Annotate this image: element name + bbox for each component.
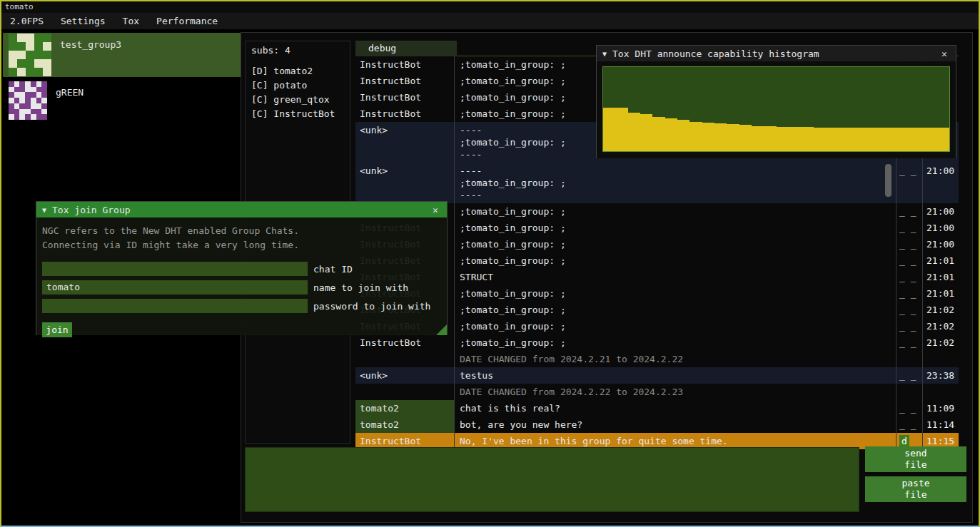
message-time: 21:00 <box>923 220 959 236</box>
histogram-bar <box>615 108 627 151</box>
join-password-input[interactable] <box>42 299 308 313</box>
message-time: 21:01 <box>923 285 959 302</box>
group-name-label: gREEN <box>56 87 84 98</box>
message-sender: InstructBot <box>355 334 455 351</box>
collapse-arrow-icon[interactable]: ▼ <box>602 50 607 58</box>
histogram-window: ▼ Tox DHT announce capability histogram … <box>596 45 956 158</box>
message-time: 11:09 <box>923 400 959 416</box>
histogram-bar <box>789 127 801 151</box>
message-flags: _ _ <box>896 236 923 252</box>
message-sender: tomato2 <box>355 400 455 416</box>
message-text: bot, are you new here? <box>455 416 896 433</box>
group-avatar <box>9 34 51 76</box>
tab-debug[interactable]: debug <box>355 41 457 56</box>
join-group-window-body: NGC refers to the New DHT enabled Group … <box>36 218 447 335</box>
histogram-bar <box>838 128 850 151</box>
join-group-window-title: Tox join Group <box>52 205 424 215</box>
message-flags: _ _ <box>896 318 923 334</box>
message-row[interactable]: <unk>---- ;tomato_in_group: ; ----_ _21:… <box>355 163 959 203</box>
roster-item-test-group3[interactable]: test_group3 <box>3 33 241 77</box>
chat-id-field-row: chat ID <box>42 262 441 276</box>
message-time: 21:01 <box>923 269 959 285</box>
message-text: DATE CHANGED from 2024.2.21 to 2024.2.22 <box>455 351 896 367</box>
message-row[interactable]: DATE CHANGED from 2024.2.21 to 2024.2.22 <box>355 351 959 367</box>
paste-file-button[interactable]: paste file <box>865 476 966 502</box>
roster: test_group3gREEN <box>3 33 241 128</box>
message-flags: _ _ <box>896 400 923 416</box>
message-sender <box>355 384 455 400</box>
join-password-label: password to join with <box>313 301 430 312</box>
histogram-bar <box>888 128 900 151</box>
message-row[interactable]: tomato2bot, are you new here?_ _11:14 <box>355 416 959 433</box>
message-flags: _ _ <box>896 416 923 433</box>
message-text: ;tomato_in_group: ; <box>455 236 896 252</box>
menu-item-2-0fps[interactable]: 2.0FPS <box>1 13 52 29</box>
join-name-field-row: tomato name to join with <box>42 280 441 295</box>
message-text: ;tomato_in_group: ; <box>455 285 896 302</box>
histogram-bar <box>628 113 640 151</box>
message-flags: _ _ <box>896 203 923 220</box>
histogram-window-body <box>597 61 956 158</box>
delivered-flag-badge: d <box>899 435 909 447</box>
message-flags <box>896 384 923 400</box>
message-time: 21:00 <box>923 236 959 252</box>
menu-item-settings[interactable]: Settings <box>52 13 114 29</box>
member-item-d-tomato2[interactable]: [D] tomato2 <box>251 64 350 78</box>
member-item-c-green-qtox[interactable]: [C] green_qtox <box>251 93 350 107</box>
close-icon[interactable]: ✕ <box>939 48 950 59</box>
message-sender <box>355 351 455 367</box>
window-title: tomato <box>5 2 34 11</box>
histogram-window-titlebar[interactable]: ▼ Tox DHT announce capability histogram … <box>597 46 956 61</box>
join-group-window: ▼ Tox join Group ✕ NGC refers to the New… <box>36 201 448 335</box>
message-sender: InstructBot <box>355 89 455 106</box>
join-button[interactable]: join <box>42 322 72 337</box>
message-text: ;tomato_in_group: ; <box>455 220 896 236</box>
scrollbar-thumb[interactable] <box>885 164 891 197</box>
app-window: tomato 2.0FPSSettingsToxPerformance test… <box>0 0 980 527</box>
os-titlebar[interactable]: tomato <box>1 1 979 13</box>
menu-item-tox[interactable]: Tox <box>114 13 148 29</box>
message-row[interactable]: InstructBot;tomato_in_group: ;_ _21:02 <box>355 334 959 351</box>
message-time: 21:00 <box>923 163 959 203</box>
histogram-bar <box>814 128 826 151</box>
message-row[interactable]: <unk>testus_ _23:38 <box>355 367 959 384</box>
message-row[interactable]: DATE CHANGED from 2024.2.22 to 2024.2.23 <box>355 384 959 400</box>
group-name-label: test_group3 <box>60 39 121 50</box>
join-password-field-row: password to join with <box>42 299 441 313</box>
message-flags: _ _ <box>896 220 923 236</box>
message-text: ;tomato_in_group: ; <box>455 318 896 334</box>
message-time: 21:02 <box>923 334 959 351</box>
message-flags: _ _ <box>896 252 923 269</box>
histogram-bar <box>937 128 949 151</box>
member-item-c-potato[interactable]: [C] potato <box>251 78 350 93</box>
chat-id-input[interactable] <box>42 262 308 276</box>
close-icon[interactable]: ✕ <box>430 205 441 215</box>
subs-header: subs: 4 <box>251 45 350 56</box>
roster-item-green[interactable]: gREEN <box>3 81 241 125</box>
message-text: ---- ;tomato_in_group: ; ---- <box>455 163 896 203</box>
message-row[interactable]: tomato2chat is this real?_ _11:09 <box>355 400 959 416</box>
members-list: [D] tomato2[C] potato[C] green_qtox[C] I… <box>251 64 350 121</box>
collapse-arrow-icon[interactable]: ▼ <box>42 206 46 214</box>
histogram-bar <box>912 128 924 151</box>
message-flags: _ _ <box>896 302 923 318</box>
send-file-button[interactable]: send file <box>865 446 966 472</box>
menu-item-performance[interactable]: Performance <box>148 13 226 29</box>
message-time: 21:00 <box>923 203 959 220</box>
join-group-window-titlebar[interactable]: ▼ Tox join Group ✕ <box>36 202 447 218</box>
chat-id-label: chat ID <box>313 264 353 275</box>
histogram-bar <box>714 123 727 151</box>
chat-message-input[interactable] <box>245 447 859 512</box>
menubar: 2.0FPSSettingsToxPerformance <box>1 13 979 30</box>
histogram-window-title: Tox DHT announce capability histogram <box>612 48 933 59</box>
message-time <box>923 351 959 367</box>
message-text: ;tomato_in_group: ; <box>455 252 896 269</box>
message-text: STRUCT <box>455 269 896 285</box>
member-item-c-instructbot[interactable]: [C] InstructBot <box>251 107 350 121</box>
histogram-bar <box>727 124 739 151</box>
message-time: 23:38 <box>923 367 959 384</box>
histogram-bar <box>739 125 752 151</box>
join-name-input[interactable]: tomato <box>42 280 308 295</box>
resize-grip[interactable] <box>436 324 447 335</box>
message-text: chat is this real? <box>455 400 896 416</box>
